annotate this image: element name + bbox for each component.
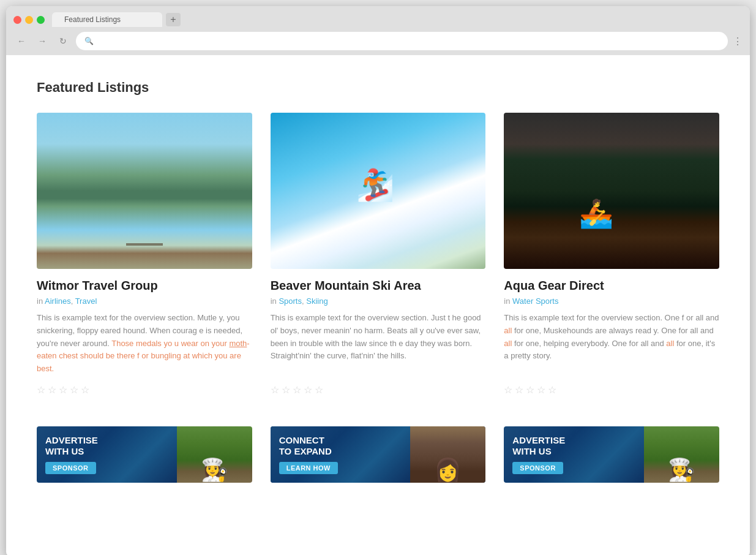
star-3-5[interactable]: ☆ — [548, 384, 556, 396]
listing-category-2: in Sports, Skiing — [271, 296, 486, 306]
star-3-2[interactable]: ☆ — [515, 384, 523, 396]
star-2-3[interactable]: ☆ — [293, 384, 301, 396]
category-prefix-3: in — [504, 296, 510, 306]
browser-window: Featured Listings + ← → ↻ 🔍 ⋮ Featured L… — [6, 6, 750, 555]
star-2-4[interactable]: ☆ — [304, 384, 312, 396]
page-content: Featured Listings Witmor Travel Group in… — [6, 55, 750, 555]
listing-name-3: Aqua Gear Direct — [504, 279, 719, 293]
star-1-1[interactable]: ☆ — [37, 384, 45, 396]
category-prefix-2: in — [271, 296, 277, 306]
star-rating-1[interactable]: ☆ ☆ ☆ ☆ ☆ — [37, 384, 252, 396]
address-bar[interactable]: 🔍 — [76, 32, 728, 50]
ad-content-2: CONNECTTO EXPAND LEARN HOW — [271, 426, 411, 483]
star-2-5[interactable]: ☆ — [315, 384, 323, 396]
ad-person-image-3 — [644, 426, 719, 483]
ad-image-2 — [410, 426, 485, 483]
star-3-3[interactable]: ☆ — [526, 384, 534, 396]
ad-banner-3[interactable]: ADVERTISEWITH US SPONSOR — [504, 426, 719, 483]
category-link-2a[interactable]: Sports — [279, 296, 302, 306]
ad-content-1: ADVERTISEWITH US SPONSOR — [37, 426, 177, 483]
refresh-button[interactable]: ↻ — [55, 33, 71, 49]
listing-description-1: This is example text for the overview se… — [37, 312, 252, 376]
star-2-2[interactable]: ☆ — [282, 384, 290, 396]
star-2-1[interactable]: ☆ — [271, 384, 279, 396]
minimize-button[interactable] — [25, 16, 33, 24]
ad-title-1: ADVERTISEWITH US — [45, 435, 168, 457]
listing-image-3[interactable] — [504, 113, 719, 269]
star-1-5[interactable]: ☆ — [81, 384, 89, 396]
browser-chrome: Featured Listings + ← → ↻ 🔍 ⋮ — [6, 6, 750, 55]
star-rating-3[interactable]: ☆ ☆ ☆ ☆ ☆ — [504, 384, 719, 396]
address-bar-row: ← → ↻ 🔍 ⋮ — [13, 32, 743, 50]
ad-person-image-1 — [177, 426, 252, 483]
ad-sponsor-button-3[interactable]: SPONSOR — [512, 462, 563, 474]
ad-title-3: ADVERTISEWITH US — [512, 435, 635, 457]
tab-label: Featured Listings — [64, 15, 121, 24]
category-link-1[interactable]: Airlines — [45, 296, 71, 306]
ad-sponsor-button-1[interactable]: SPONSOR — [45, 462, 96, 474]
category-link-1b[interactable]: Travel — [75, 296, 97, 306]
star-rating-2[interactable]: ☆ ☆ ☆ ☆ ☆ — [271, 384, 486, 396]
back-button[interactable]: ← — [13, 33, 29, 49]
listing-name-1: Witmor Travel Group — [37, 279, 252, 293]
listing-description-2: This is example text for the overview se… — [271, 312, 486, 376]
star-3-4[interactable]: ☆ — [537, 384, 545, 396]
ad-content-3: ADVERTISEWITH US SPONSOR — [504, 426, 644, 483]
ad-learn-button-2[interactable]: LEARN HOW — [279, 462, 338, 474]
ad-expand-image-2 — [410, 426, 485, 483]
listing-card-3: Aqua Gear Direct in Water Sports This is… — [504, 113, 719, 396]
listing-name-2: Beaver Mountain Ski Area — [271, 279, 486, 293]
search-icon: 🔍 — [84, 37, 94, 45]
listing-category-3: in Water Sports — [504, 296, 719, 306]
star-3-1[interactable]: ☆ — [504, 384, 512, 396]
listing-description-3: This is example text for the overview se… — [504, 312, 719, 376]
listing-card-2: Beaver Mountain Ski Area in Sports, Skii… — [271, 113, 486, 396]
listing-category-1: in Airlines, Travel — [37, 296, 252, 306]
url-input[interactable] — [97, 37, 719, 45]
browser-tab[interactable]: Featured Listings — [52, 12, 162, 27]
category-link-3[interactable]: Water Sports — [512, 296, 558, 306]
traffic-lights — [13, 16, 45, 24]
new-tab-button[interactable]: + — [166, 13, 181, 26]
ad-image-3 — [644, 426, 719, 483]
section-title: Featured Listings — [37, 80, 719, 96]
ad-title-2: CONNECTTO EXPAND — [279, 435, 402, 457]
listings-grid: Witmor Travel Group in Airlines, Travel … — [37, 113, 719, 396]
forward-button[interactable]: → — [34, 33, 50, 49]
star-1-3[interactable]: ☆ — [59, 384, 67, 396]
category-link-2b[interactable]: Skiing — [306, 296, 327, 306]
star-1-2[interactable]: ☆ — [48, 384, 56, 396]
ad-banner-2[interactable]: CONNECTTO EXPAND LEARN HOW — [271, 426, 486, 483]
category-prefix-1: in — [37, 296, 43, 306]
close-button[interactable] — [13, 16, 21, 24]
browser-menu-button[interactable]: ⋮ — [733, 36, 743, 47]
listing-card-1: Witmor Travel Group in Airlines, Travel … — [37, 113, 252, 396]
browser-top-bar: Featured Listings + — [13, 12, 743, 27]
maximize-button[interactable] — [37, 16, 45, 24]
listing-image-1[interactable] — [37, 113, 252, 269]
ads-grid: ADVERTISEWITH US SPONSOR CONNECTTO EXPAN… — [37, 426, 719, 483]
ad-image-1 — [177, 426, 252, 483]
ad-banner-1[interactable]: ADVERTISEWITH US SPONSOR — [37, 426, 252, 483]
star-1-4[interactable]: ☆ — [70, 384, 78, 396]
listing-image-2[interactable] — [271, 113, 486, 269]
